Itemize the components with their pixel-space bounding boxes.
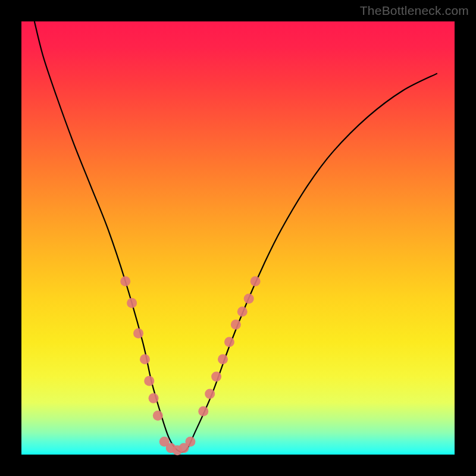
data-marker	[224, 337, 234, 347]
data-marker	[185, 437, 195, 447]
plot-area	[21, 21, 455, 455]
data-marker	[237, 306, 248, 317]
data-marker	[244, 293, 254, 303]
data-marker	[133, 328, 143, 339]
data-marker	[205, 389, 215, 399]
data-marker	[231, 320, 241, 330]
marker-group-left	[120, 276, 163, 421]
data-marker	[144, 376, 154, 386]
chart-svg	[21, 21, 455, 455]
data-marker	[153, 411, 163, 421]
data-marker	[120, 276, 130, 286]
chart-frame: TheBottleneck.com	[0, 0, 476, 476]
data-marker	[149, 393, 159, 403]
curve-path	[35, 21, 437, 452]
data-marker	[140, 354, 150, 364]
data-marker	[250, 276, 261, 286]
marker-group-bottom	[159, 437, 196, 456]
bottleneck-curve	[35, 21, 437, 452]
data-marker	[198, 406, 208, 416]
data-marker	[127, 298, 137, 308]
data-marker	[218, 354, 228, 364]
marker-group-right	[198, 276, 260, 416]
data-marker	[211, 371, 221, 381]
watermark-text: TheBottleneck.com	[360, 4, 469, 18]
